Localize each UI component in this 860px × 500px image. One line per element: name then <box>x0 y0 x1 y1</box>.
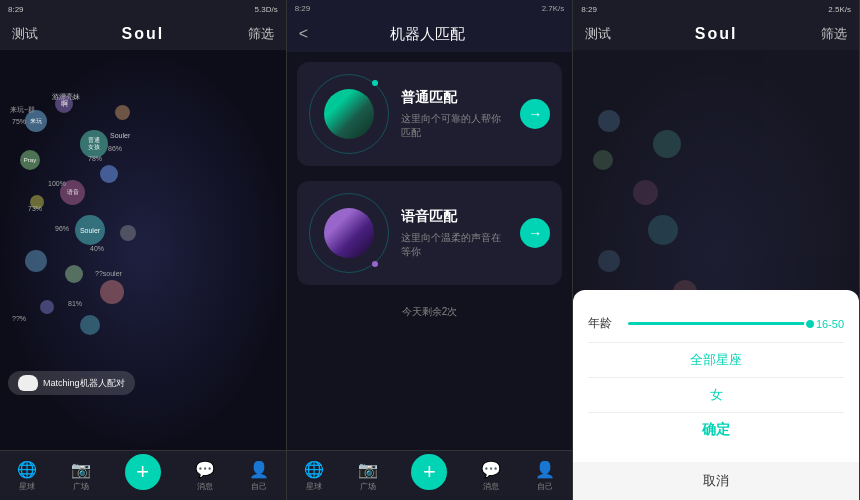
planet-orbit-voice <box>309 193 389 273</box>
bg-bubble-1 <box>598 110 620 132</box>
app-header-1: 测试 Soul 筛选 <box>0 18 286 50</box>
camera-icon: 📷 <box>71 459 91 479</box>
match-info-normal: 普通匹配 这里向个可靠的人帮你匹配 <box>401 89 509 140</box>
nav2-add[interactable]: + <box>411 462 447 490</box>
nav2-profile-label: 自己 <box>537 481 553 492</box>
bubble-15[interactable] <box>80 315 100 335</box>
normal-match-desc: 这里向个可靠的人帮你匹配 <box>401 112 509 140</box>
back-arrow[interactable]: < <box>299 25 308 43</box>
status-time-1: 8:29 <box>8 5 24 14</box>
panel2-header: < 机器人匹配 <box>287 16 573 52</box>
age-label: 年龄 <box>588 315 628 332</box>
planet-orbit-normal <box>309 74 389 154</box>
filter-overlay: 年龄 16-50 全部星座 女 确定 <box>573 290 859 462</box>
add-icon: + <box>125 454 161 490</box>
matching-text: Matching机器人配对 <box>43 377 125 390</box>
voice-match-arrow[interactable]: → <box>520 218 550 248</box>
planet-green <box>324 89 374 139</box>
nav2-planet[interactable]: 🌐 星球 <box>304 459 324 492</box>
nav-item-add[interactable]: + <box>125 462 161 490</box>
header-right-3[interactable]: 筛选 <box>821 25 847 43</box>
nav2-messages[interactable]: 💬 消息 <box>481 459 501 492</box>
status-bar-1: 8:29 5.3D/s <box>0 0 286 18</box>
constellation-option[interactable]: 全部星座 <box>588 343 844 378</box>
normal-match-arrow[interactable]: → <box>520 99 550 129</box>
age-slider[interactable] <box>628 322 816 325</box>
nav-label-planet: 星球 <box>19 481 35 492</box>
planet-normal <box>309 74 389 154</box>
panel2-title: 机器人匹配 <box>318 25 536 44</box>
bubble-14[interactable] <box>40 300 54 314</box>
nav-item-profile[interactable]: 👤 自己 <box>249 459 269 492</box>
bg-bubble-9 <box>648 215 678 245</box>
message-icon: 💬 <box>195 459 215 479</box>
nav-label-profile: 自己 <box>251 481 267 492</box>
profile-icon: 👤 <box>249 459 269 479</box>
nav-item-messages[interactable]: 💬 消息 <box>195 459 215 492</box>
bubble-map: 来玩 啊 普通女孩 Pray 语音 Souler 100% 73% 96% 40… <box>0 50 286 450</box>
voice-match-title: 语音匹配 <box>401 208 509 226</box>
nav2-profile[interactable]: 👤 自己 <box>535 459 555 492</box>
age-slider-container[interactable] <box>628 322 816 325</box>
sheep-icon <box>18 375 38 391</box>
nav-item-planet[interactable]: 🌐 星球 <box>17 459 37 492</box>
bg-bubble-6 <box>633 180 658 205</box>
nav-item-plaza[interactable]: 📷 广场 <box>71 459 91 492</box>
planet-icon: 🌐 <box>17 459 37 479</box>
panel-filter: 8:29 2.5K/s 测试 Soul 筛选 Souler 年龄 <box>573 0 860 500</box>
status-speed-2: 2.7K/s <box>542 4 565 13</box>
bubble-13[interactable] <box>100 280 124 304</box>
nav2-messages-label: 消息 <box>483 481 499 492</box>
nav2-add-icon: + <box>411 454 447 490</box>
bg-bubble-3 <box>653 130 681 158</box>
bubble-4[interactable] <box>115 105 130 120</box>
bg-bubble-5 <box>593 150 613 170</box>
orbit-dot-normal <box>372 80 378 86</box>
status-bar-2: 8:29 2.7K/s <box>287 0 573 16</box>
planet-purple <box>324 208 374 258</box>
nav2-plaza-label: 广场 <box>360 481 376 492</box>
bottom-nav-2: 🌐 星球 📷 广场 + 💬 消息 👤 自己 <box>287 450 573 500</box>
status-right-1: 5.3D/s <box>255 5 278 14</box>
nav2-plaza-icon: 📷 <box>358 459 378 479</box>
nav2-plaza[interactable]: 📷 广场 <box>358 459 378 492</box>
bubble-11[interactable] <box>25 250 47 272</box>
slider-thumb <box>804 318 816 330</box>
nav2-planet-label: 星球 <box>306 481 322 492</box>
normal-match-title: 普通匹配 <box>401 89 509 107</box>
bottom-nav-1: 🌐 星球 📷 广场 + 💬 消息 👤 自己 <box>0 450 286 500</box>
bubble-12[interactable] <box>65 265 83 283</box>
nav-label-messages: 消息 <box>197 481 213 492</box>
bubble-5[interactable]: Pray <box>20 150 40 170</box>
gender-option[interactable]: 女 <box>588 378 844 413</box>
header-right-1[interactable]: 筛选 <box>248 25 274 43</box>
age-filter-row: 年龄 16-50 <box>588 305 844 343</box>
status-time-3: 8:29 <box>581 5 597 14</box>
cancel-button[interactable]: 取消 <box>573 462 859 500</box>
bubble-7[interactable] <box>100 165 118 183</box>
normal-match-card[interactable]: 普通匹配 这里向个可靠的人帮你匹配 → <box>297 62 563 166</box>
bubble-3[interactable]: 普通女孩 <box>80 130 108 158</box>
bubble-9[interactable]: Souler <box>75 215 105 245</box>
app-header-3: 测试 Soul 筛选 <box>573 18 859 50</box>
voice-match-desc: 这里向个温柔的声音在等你 <box>401 231 509 259</box>
confirm-button[interactable]: 确定 <box>588 413 844 447</box>
status-right-3: 2.5K/s <box>828 5 851 14</box>
nav-label-plaza: 广场 <box>73 481 89 492</box>
orbit-dot-voice <box>372 261 378 267</box>
panel3-main-content: Souler 年龄 16-50 全部星座 女 确定 <box>573 50 859 462</box>
nav2-messages-icon: 💬 <box>481 459 501 479</box>
panel-soul-main: 8:29 5.3D/s 测试 Soul 筛选 来玩 啊 普通女孩 Pray 语音… <box>0 0 287 500</box>
panel-robot-match: 8:29 2.7K/s < 机器人匹配 普通匹配 这里向个可靠的人帮你匹配 → <box>287 0 574 500</box>
status-time-2: 8:29 <box>295 4 311 13</box>
app-title-3: Soul <box>695 25 738 43</box>
bubble-map-area: 来玩 啊 普通女孩 Pray 语音 Souler 100% 73% 96% 40… <box>0 50 286 450</box>
header-left-1: 测试 <box>12 25 38 43</box>
age-value: 16-50 <box>816 318 844 330</box>
bubble-10[interactable] <box>120 225 136 241</box>
nav2-profile-icon: 👤 <box>535 459 555 479</box>
match-info-voice: 语音匹配 这里向个温柔的声音在等你 <box>401 208 509 259</box>
voice-match-card[interactable]: 语音匹配 这里向个温柔的声音在等你 → <box>297 181 563 285</box>
planet-voice <box>309 193 389 273</box>
bg-bubble-11 <box>598 250 620 272</box>
